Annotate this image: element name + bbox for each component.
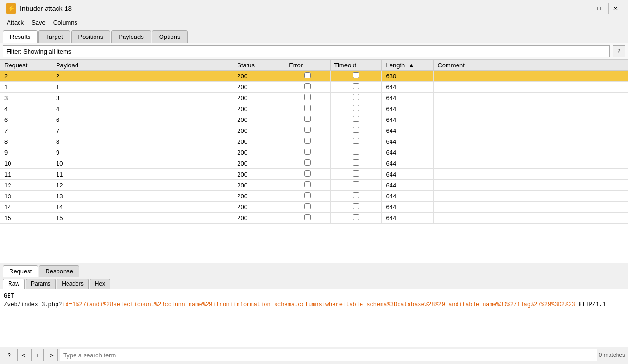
help-button[interactable]: ?: [3, 349, 15, 361]
checkbox[interactable]: [304, 203, 311, 209]
menu-attack[interactable]: Attack: [3, 18, 28, 27]
checkbox-cell[interactable]: [285, 169, 330, 180]
checkbox-cell[interactable]: [285, 191, 330, 202]
checkbox[interactable]: [304, 149, 311, 155]
tab-positions[interactable]: Positions: [71, 30, 111, 43]
checkbox-cell[interactable]: [285, 93, 330, 103]
checkbox[interactable]: [304, 72, 311, 78]
sub-tab-response[interactable]: Response: [39, 265, 79, 277]
sub-tab-request[interactable]: Request: [3, 265, 38, 277]
checkbox[interactable]: [353, 159, 359, 166]
checkbox-cell[interactable]: [330, 93, 382, 103]
checkbox[interactable]: [353, 105, 359, 111]
table-row[interactable]: 1414200644: [0, 202, 628, 213]
checkbox[interactable]: [304, 127, 311, 133]
checkbox[interactable]: [353, 203, 359, 209]
inner-tab-hex[interactable]: Hex: [90, 279, 110, 289]
checkbox-cell[interactable]: [285, 136, 330, 147]
col-header-length[interactable]: Length ▲: [382, 60, 434, 71]
table-row[interactable]: 88200644: [0, 136, 628, 147]
checkbox-cell[interactable]: [330, 191, 382, 202]
results-table-scroll[interactable]: Request Payload Status Error Timeout Len…: [0, 60, 628, 263]
checkbox[interactable]: [353, 72, 359, 78]
tab-target[interactable]: Target: [38, 30, 70, 43]
checkbox[interactable]: [353, 214, 359, 220]
checkbox[interactable]: [304, 170, 311, 177]
checkbox[interactable]: [353, 116, 359, 122]
checkbox-cell[interactable]: [285, 147, 330, 158]
checkbox[interactable]: [304, 181, 311, 187]
inner-tab-params[interactable]: Params: [26, 279, 56, 289]
checkbox-cell[interactable]: [285, 158, 330, 169]
checkbox[interactable]: [353, 94, 359, 100]
col-header-status[interactable]: Status: [233, 60, 285, 71]
checkbox[interactable]: [304, 83, 311, 89]
table-row[interactable]: 33200644: [0, 93, 628, 103]
col-header-error[interactable]: Error: [285, 60, 330, 71]
table-row[interactable]: 66200644: [0, 114, 628, 125]
checkbox[interactable]: [353, 181, 359, 187]
checkbox-cell[interactable]: [285, 180, 330, 191]
search-input[interactable]: [60, 349, 597, 361]
filter-help-button[interactable]: ?: [613, 45, 625, 57]
checkbox-cell[interactable]: [330, 169, 382, 180]
checkbox-cell[interactable]: [285, 114, 330, 125]
table-row[interactable]: 1111200644: [0, 169, 628, 180]
menu-columns[interactable]: Columns: [49, 18, 81, 27]
add-button[interactable]: +: [31, 349, 44, 361]
checkbox-cell[interactable]: [330, 114, 382, 125]
checkbox-cell[interactable]: [330, 82, 382, 93]
minimize-button[interactable]: —: [576, 3, 590, 14]
tab-options[interactable]: Options: [152, 30, 188, 43]
table-row[interactable]: 1313200644: [0, 191, 628, 202]
col-header-timeout[interactable]: Timeout: [330, 60, 382, 71]
checkbox-cell[interactable]: [330, 147, 382, 158]
filter-input[interactable]: [3, 45, 610, 57]
checkbox-cell[interactable]: [330, 136, 382, 147]
checkbox[interactable]: [353, 83, 359, 89]
table-row[interactable]: 1212200644: [0, 180, 628, 191]
table-row[interactable]: 1010200644: [0, 158, 628, 169]
close-button[interactable]: ✕: [608, 3, 622, 14]
checkbox[interactable]: [304, 116, 311, 122]
col-header-comment[interactable]: Comment: [434, 60, 628, 71]
checkbox-cell[interactable]: [330, 202, 382, 213]
table-row[interactable]: 99200644: [0, 147, 628, 158]
checkbox[interactable]: [353, 192, 359, 198]
col-header-payload[interactable]: Payload: [52, 60, 233, 71]
checkbox[interactable]: [304, 214, 311, 220]
next-button[interactable]: >: [46, 349, 58, 361]
table-row[interactable]: 1515200644: [0, 213, 628, 224]
checkbox-cell[interactable]: [330, 103, 382, 114]
checkbox[interactable]: [353, 149, 359, 155]
tab-payloads[interactable]: Payloads: [111, 30, 151, 43]
checkbox-cell[interactable]: [285, 213, 330, 224]
table-row[interactable]: 44200644: [0, 103, 628, 114]
checkbox[interactable]: [353, 127, 359, 133]
checkbox-cell[interactable]: [285, 202, 330, 213]
maximize-button[interactable]: □: [592, 3, 606, 14]
checkbox[interactable]: [304, 138, 311, 144]
checkbox-cell[interactable]: [330, 180, 382, 191]
inner-tab-raw[interactable]: Raw: [3, 279, 25, 289]
table-row[interactable]: 22200630: [0, 71, 628, 82]
table-row[interactable]: 11200644: [0, 82, 628, 93]
checkbox[interactable]: [304, 105, 311, 111]
tab-results[interactable]: Results: [3, 30, 38, 43]
table-row[interactable]: 77200644: [0, 125, 628, 136]
prev-button[interactable]: <: [17, 349, 29, 361]
checkbox[interactable]: [304, 94, 311, 100]
menu-save[interactable]: Save: [28, 18, 49, 27]
checkbox-cell[interactable]: [330, 125, 382, 136]
checkbox-cell[interactable]: [285, 71, 330, 82]
checkbox-cell[interactable]: [285, 125, 330, 136]
checkbox-cell[interactable]: [330, 213, 382, 224]
checkbox-cell[interactable]: [285, 103, 330, 114]
checkbox[interactable]: [353, 170, 359, 177]
checkbox[interactable]: [304, 159, 311, 166]
checkbox-cell[interactable]: [285, 82, 330, 93]
checkbox-cell[interactable]: [330, 71, 382, 82]
checkbox-cell[interactable]: [330, 158, 382, 169]
checkbox[interactable]: [304, 192, 311, 198]
checkbox[interactable]: [353, 138, 359, 144]
